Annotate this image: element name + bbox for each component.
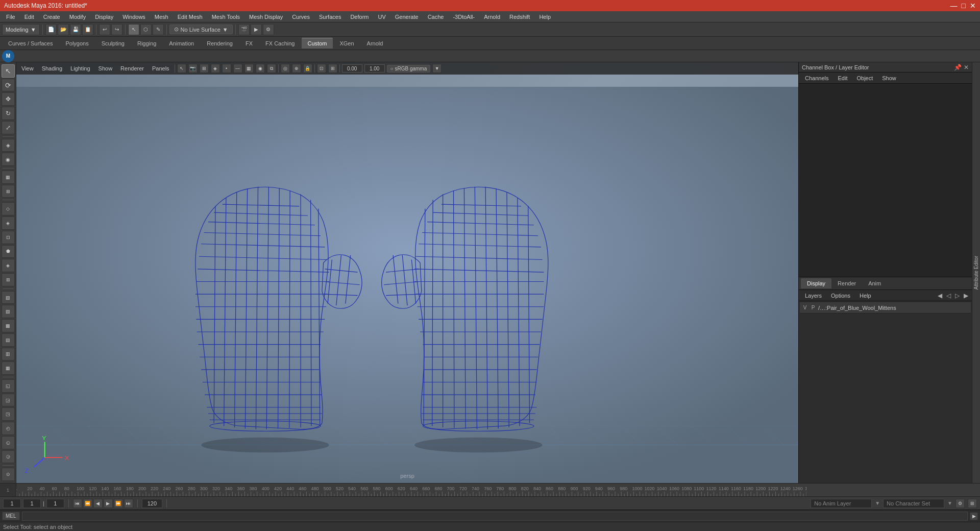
tab-anim[interactable]: Anim: [862, 278, 887, 288]
undo-button[interactable]: ↩: [99, 24, 110, 35]
play-back-button[interactable]: ◀: [93, 499, 103, 508]
tool14-button[interactable]: ◲: [2, 394, 15, 407]
tool9-button[interactable]: ▩: [2, 319, 15, 332]
render-settings-button[interactable]: ⚙: [263, 24, 274, 35]
tab-rigging[interactable]: Rigging: [131, 38, 162, 49]
lasso-mode-button[interactable]: ⟳: [2, 79, 15, 92]
maximize-button[interactable]: □: [962, 2, 966, 10]
vp-display-btn[interactable]: ◈: [211, 64, 220, 73]
tab-sculpting[interactable]: Sculpting: [95, 38, 131, 49]
vp-pivot-btn[interactable]: ⊕: [292, 64, 301, 73]
redo-button[interactable]: ↪: [111, 24, 122, 35]
menu-surfaces[interactable]: Surfaces: [315, 13, 345, 21]
anim-extra-btn[interactable]: ⊞: [968, 499, 977, 508]
show-menu[interactable]: Show: [878, 74, 900, 82]
layer-prev2-button[interactable]: ◁: [945, 292, 952, 299]
tab-display[interactable]: Display: [801, 278, 831, 288]
vp-track-btn[interactable]: ⊞: [328, 64, 337, 73]
tab-render[interactable]: Render: [831, 278, 862, 288]
layers-menu[interactable]: Layers: [801, 292, 826, 300]
select-tool-button[interactable]: ↖: [128, 24, 139, 35]
menu-deform[interactable]: Deform: [346, 13, 373, 21]
minimize-button[interactable]: —: [950, 2, 958, 10]
vp-vert-btn[interactable]: •: [222, 64, 231, 73]
jump-end-button[interactable]: ⏭: [124, 499, 133, 508]
window-controls[interactable]: — □ ✕: [950, 2, 976, 10]
help-menu[interactable]: Help: [855, 292, 875, 300]
tool11-button[interactable]: ▥: [2, 348, 15, 361]
vp-select-btn[interactable]: ↖: [177, 64, 186, 73]
tab-curves-surfaces[interactable]: Curves / Surfaces: [2, 38, 59, 49]
mel-input[interactable]: [22, 512, 968, 521]
lasso-select-button[interactable]: ⬡: [140, 24, 152, 35]
menu-display[interactable]: Display: [91, 13, 117, 21]
mel-execute-btn[interactable]: ▶: [970, 512, 978, 520]
tool18-button[interactable]: ◶: [2, 450, 15, 464]
layer-row[interactable]: V P /…:Pair_of_Blue_Wool_Mittens: [800, 302, 971, 313]
menu-redshift[interactable]: Redshift: [505, 13, 534, 21]
soft-mod-button[interactable]: ◈: [2, 139, 15, 152]
menu-uv[interactable]: UV: [374, 13, 389, 21]
vp-smooth-btn[interactable]: ◉: [256, 64, 265, 73]
select-mode-button[interactable]: ↖: [2, 64, 15, 78]
vp-panels-menu[interactable]: Panels: [149, 64, 173, 73]
channel-box-controls[interactable]: 📌 ✕: [954, 64, 969, 71]
tool8-button[interactable]: ▨: [2, 305, 15, 318]
tool13-button[interactable]: ◱: [2, 379, 15, 393]
menu-cache[interactable]: Cache: [424, 13, 448, 21]
menu-mesh[interactable]: Mesh: [151, 13, 173, 21]
mel-label[interactable]: MEL: [2, 512, 20, 520]
menu-help[interactable]: Help: [535, 13, 555, 21]
tool15-button[interactable]: ◳: [2, 407, 15, 421]
character-set-display[interactable]: No Character Set: [883, 499, 944, 508]
vp-face-btn[interactable]: ▦: [244, 64, 254, 73]
channel-close-button[interactable]: ✕: [964, 64, 969, 71]
vp-snap-btn[interactable]: ⊡: [317, 64, 326, 73]
layer-next2-button[interactable]: ▷: [953, 292, 961, 299]
tool3-button[interactable]: ⊡: [2, 231, 15, 244]
vp-uvmap-btn[interactable]: ⧉: [267, 64, 276, 73]
render-button[interactable]: 🎬: [238, 24, 250, 35]
tool10-button[interactable]: ▤: [2, 333, 15, 347]
vp-show-menu[interactable]: Show: [95, 64, 116, 73]
menu-generate[interactable]: Generate: [391, 13, 423, 21]
tab-polygons[interactable]: Polygons: [59, 38, 94, 49]
character-set-arrow[interactable]: ▼: [947, 500, 952, 506]
no-live-surface[interactable]: ⊙ No Live Surface ▼: [169, 25, 233, 34]
menu-edit-mesh[interactable]: Edit Mesh: [174, 13, 207, 21]
vp-edge-btn[interactable]: —: [233, 64, 242, 73]
timeline-ruler[interactable]: [16, 484, 806, 496]
scale-tool-button[interactable]: ⤢: [2, 121, 15, 134]
sculpt-button[interactable]: ◉: [2, 153, 15, 166]
vp-isolate-btn[interactable]: ◎: [281, 64, 290, 73]
tool4-button[interactable]: ⬟: [2, 245, 15, 258]
menu-modify[interactable]: Modify: [65, 13, 90, 21]
attribute-editor-tab[interactable]: Attribute Editor: [972, 254, 980, 292]
open-file-button[interactable]: 📂: [58, 24, 69, 35]
frame-start-input[interactable]: 1: [3, 499, 21, 508]
close-button[interactable]: ✕: [970, 2, 976, 10]
vp-camera-btn[interactable]: 📷: [188, 64, 198, 73]
tool17-button[interactable]: ◵: [2, 436, 15, 449]
channels-menu[interactable]: Channels: [801, 74, 832, 82]
tab-arnold[interactable]: Arnold: [361, 38, 389, 49]
render-seq-button[interactable]: ▶: [251, 24, 262, 35]
new-file-button[interactable]: 📄: [45, 24, 57, 35]
paint-select-button[interactable]: ✎: [153, 24, 164, 35]
tool5-button[interactable]: ◈: [2, 259, 15, 272]
tab-custom[interactable]: Custom: [302, 38, 333, 49]
anim-layer-display[interactable]: No Anim Layer: [811, 499, 872, 508]
tool1-button[interactable]: ◇: [2, 202, 15, 215]
frame-current-input[interactable]: 1: [23, 499, 41, 508]
tab-fx-caching[interactable]: FX Caching: [259, 38, 301, 49]
timeline-area[interactable]: 1: [0, 483, 980, 496]
vp-gamma-arrow[interactable]: ▼: [432, 64, 442, 73]
vp-renderer-menu[interactable]: Renderer: [117, 64, 147, 73]
save-as-button[interactable]: 📋: [82, 24, 93, 35]
menu-curves[interactable]: Curves: [288, 13, 314, 21]
misc-button[interactable]: ⊙: [2, 468, 15, 481]
tool6-button[interactable]: ⊞: [2, 273, 15, 286]
rotate-tool-button[interactable]: ↻: [2, 107, 15, 120]
menu-arnold[interactable]: Arnold: [480, 13, 504, 21]
menu-mesh-tools[interactable]: Mesh Tools: [208, 13, 244, 21]
